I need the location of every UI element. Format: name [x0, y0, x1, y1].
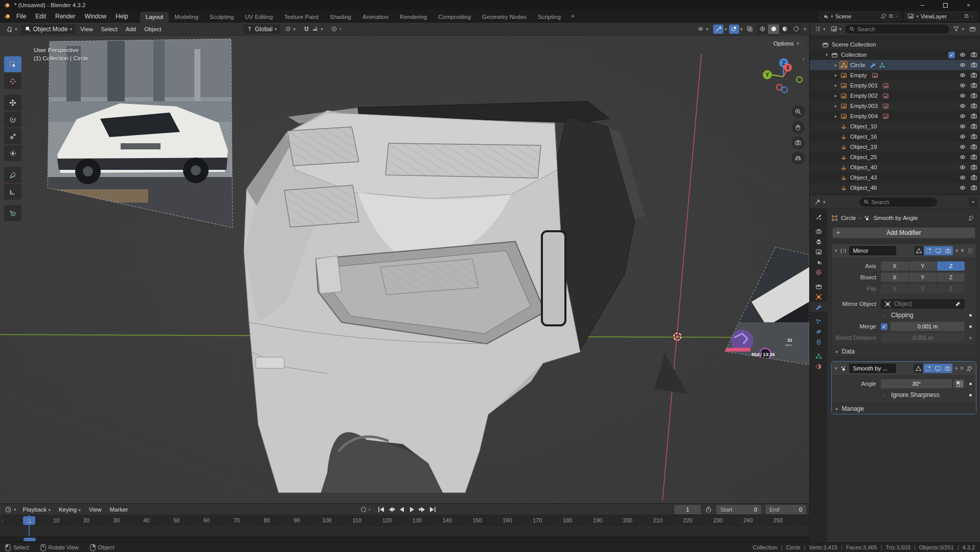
shading-wireframe-button[interactable]: [757, 25, 768, 34]
axis-z-button[interactable]: Z: [937, 261, 965, 271]
timeline-menu-view[interactable]: View: [85, 505, 106, 514]
outliner-filter-button[interactable]: ▾: [951, 25, 966, 33]
outliner-row-object-43[interactable]: Object_43: [810, 172, 980, 183]
breadcrumb-object[interactable]: Circle: [841, 215, 856, 221]
tab-uv-editing[interactable]: UV Editing: [239, 12, 278, 23]
modifier-name-field[interactable]: Mirror: [849, 246, 896, 255]
show-gizmos-toggle[interactable]: [713, 25, 723, 34]
jump-to-start-button[interactable]: [377, 505, 386, 514]
current-frame-field[interactable]: 1: [674, 505, 701, 514]
properties-search-input[interactable]: Search: [859, 197, 937, 207]
outliner-row-empty-001[interactable]: ▸Empty.001: [810, 80, 980, 91]
show-on-cage-toggle[interactable]: [914, 246, 924, 255]
viewport-3d[interactable]: 654 / 13:26 31 MPH ▾ Objec: [0, 23, 809, 503]
visibility-dropdown[interactable]: ▾: [694, 25, 712, 33]
tab-shading[interactable]: Shading: [324, 12, 357, 23]
menu-render[interactable]: Render: [51, 11, 80, 21]
tool-measure[interactable]: [4, 184, 21, 200]
show-overlays-toggle[interactable]: [729, 25, 739, 34]
angle-field[interactable]: 30°: [881, 379, 952, 388]
tool-select-box[interactable]: [4, 56, 21, 72]
tab-rendering[interactable]: Rendering: [394, 12, 432, 23]
disable-in-render-toggle[interactable]: [970, 184, 977, 191]
properties-tab-tool[interactable]: [810, 212, 827, 222]
outliner-filter-display[interactable]: ▾: [829, 25, 844, 33]
breadcrumb-modifier[interactable]: Smooth by Angle: [873, 215, 918, 221]
hide-in-viewport-toggle[interactable]: [959, 153, 966, 161]
animate-dot[interactable]: [969, 383, 972, 385]
expand-icon[interactable]: ▾: [823, 52, 830, 57]
animate-dot[interactable]: [969, 394, 972, 396]
flip-y-button[interactable]: Y: [909, 284, 937, 293]
timeline-menu-marker[interactable]: Marker: [106, 505, 132, 514]
hide-in-viewport-toggle[interactable]: [959, 72, 966, 79]
hide-in-viewport-toggle[interactable]: [959, 51, 966, 58]
outliner-search-input[interactable]: Search: [845, 25, 949, 34]
properties-tab-render[interactable]: [810, 226, 827, 236]
outliner-row-object-16[interactable]: Object_16: [810, 131, 980, 142]
tool-rotate[interactable]: [4, 112, 21, 127]
clipping-checkbox[interactable]: [881, 312, 887, 319]
properties-tab-modifiers[interactable]: [810, 302, 827, 312]
merge-threshold-field[interactable]: 0.001 m: [891, 322, 965, 331]
disable-in-render-toggle[interactable]: [970, 174, 977, 181]
drag-handle-icon[interactable]: [968, 248, 973, 253]
minimize-button[interactable]: ─: [911, 0, 934, 10]
collapse-icon[interactable]: ▾: [835, 366, 837, 371]
expand-icon[interactable]: ▸: [832, 114, 839, 119]
add-workspace-button[interactable]: +: [566, 11, 579, 21]
disable-in-render-toggle[interactable]: [970, 153, 977, 161]
new-viewlayer-icon[interactable]: ⧉: [965, 13, 969, 19]
expand-icon[interactable]: ▸: [832, 93, 839, 98]
properties-tab-world[interactable]: [810, 267, 827, 277]
gizmo-x-axis[interactable]: X: [784, 63, 792, 72]
smooth-panel-header[interactable]: ▾ Smooth by ... ▾ ×: [832, 362, 976, 375]
pin-icon[interactable]: [880, 13, 887, 19]
shading-rendered-button[interactable]: [790, 25, 802, 34]
proportional-editing-toggle[interactable]: ▾: [328, 25, 345, 33]
axis-x-button[interactable]: X: [881, 261, 908, 271]
modifier-extras-dropdown[interactable]: ▾: [955, 366, 958, 371]
tab-modeling[interactable]: Modeling: [169, 12, 204, 23]
shading-solid-button[interactable]: [768, 25, 779, 34]
outliner-row-empty-002[interactable]: ▸Empty.002: [810, 91, 980, 101]
disable-in-render-toggle[interactable]: [970, 164, 977, 171]
hide-in-viewport-toggle[interactable]: [959, 61, 966, 69]
outliner-row-empty[interactable]: ▸Empty: [810, 70, 980, 80]
bisect-z-button[interactable]: Z: [937, 273, 965, 282]
timeline-tracks[interactable]: [0, 526, 809, 536]
hide-in-viewport-toggle[interactable]: [959, 184, 966, 191]
properties-tab-object[interactable]: [810, 292, 827, 302]
snapping-toggle[interactable]: ▾: [300, 25, 326, 33]
options-button[interactable]: Options▾: [768, 39, 804, 48]
expand-icon[interactable]: ▸: [832, 73, 839, 78]
collection-checkbox[interactable]: ✓: [948, 52, 955, 58]
show-in-render-toggle[interactable]: [943, 246, 953, 255]
tab-geometry-nodes[interactable]: Geometry Nodes: [476, 12, 532, 23]
show-in-editmode-toggle[interactable]: [924, 246, 933, 255]
outliner-row-collection[interactable]: ▾Collection✓: [810, 50, 980, 60]
timeline-ruler[interactable]: 1020304050607080901001101201301401501601…: [0, 515, 809, 526]
blender-menu-icon[interactable]: [4, 13, 11, 20]
hide-in-viewport-toggle[interactable]: [959, 133, 966, 140]
expand-icon[interactable]: ▸: [832, 103, 839, 108]
tool-transform[interactable]: [4, 145, 21, 161]
menu-edit[interactable]: Edit: [31, 11, 51, 21]
data-subpanel-header[interactable]: ▸ Data: [832, 345, 976, 357]
outliner-display-mode[interactable]: ▾: [813, 25, 827, 33]
viewlayer-selector[interactable]: ▾ ViewLayer ⧉ ×: [904, 12, 977, 21]
eyedropper-icon[interactable]: [954, 301, 961, 307]
disable-in-render-toggle[interactable]: [970, 143, 977, 150]
delete-scene-icon[interactable]: ×: [895, 13, 898, 19]
hide-in-viewport-toggle[interactable]: [959, 113, 966, 120]
perspective-toggle-button[interactable]: [791, 151, 805, 165]
animate-dot[interactable]: [969, 325, 972, 328]
properties-tab-particles[interactable]: [810, 316, 827, 326]
tool-cursor[interactable]: [4, 73, 21, 89]
properties-editor-type[interactable]: ▾: [813, 197, 827, 206]
gizmo-y-axis[interactable]: Y: [763, 70, 772, 79]
overlays-dropdown[interactable]: ▾: [740, 27, 743, 32]
properties-tab-view-layer[interactable]: [810, 247, 827, 257]
tool-move[interactable]: [4, 95, 21, 111]
flip-z-button[interactable]: Z: [937, 284, 965, 293]
